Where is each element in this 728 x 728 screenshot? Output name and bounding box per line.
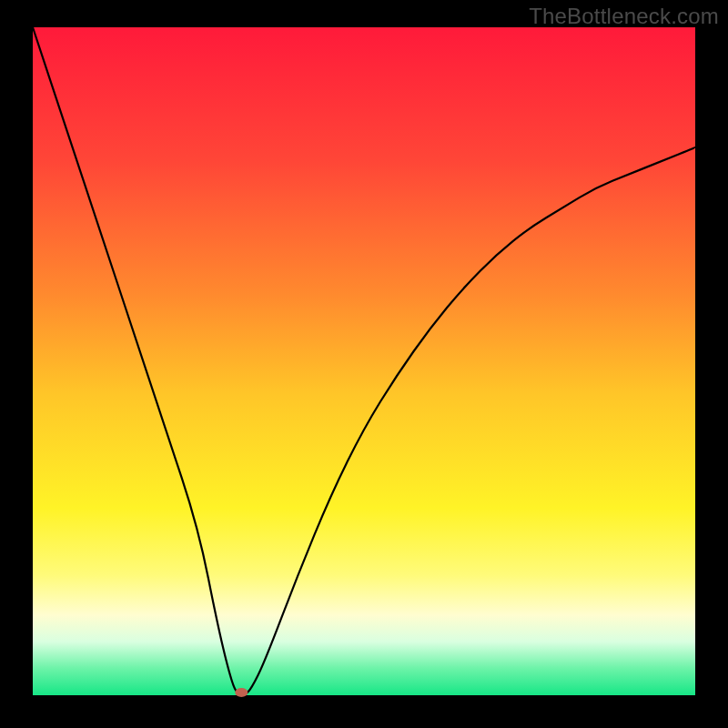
- minimum-marker: [235, 688, 248, 697]
- chart-frame: TheBottleneck.com: [0, 0, 728, 728]
- plot-background: [33, 27, 695, 695]
- bottleneck-chart: [0, 0, 728, 728]
- watermark-text: TheBottleneck.com: [529, 4, 719, 29]
